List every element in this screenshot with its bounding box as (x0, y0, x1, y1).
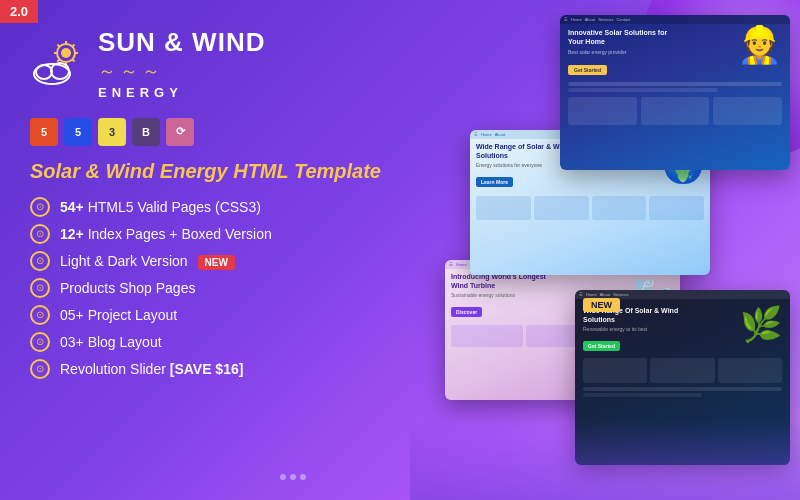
feature-item-1: ⊙ 54+ HTML5 Valid Pages (CSS3) (30, 197, 390, 217)
feature-label-2: 12+ Index Pages + Boxed Version (60, 226, 272, 242)
bootstrap-icon: B (132, 118, 160, 146)
js-icon: 3 (98, 118, 126, 146)
logo-wavy: ～～～ (98, 59, 265, 83)
feature-item-7: ⊙ Revolution Slider [SAVE $16] (30, 359, 390, 379)
sc4-btn: Get Started (583, 341, 620, 351)
feature-item-2: ⊙ 12+ Index Pages + Boxed Version (30, 224, 390, 244)
feature-item-5: ⊙ 05+ Project Layout (30, 305, 390, 325)
deco-dot-1 (280, 474, 286, 480)
sc2-btn: Learn More (476, 177, 513, 187)
svg-line-8 (72, 44, 75, 47)
svg-line-6 (58, 44, 61, 47)
sc4-new-ribbon: NEW (583, 298, 620, 312)
logo-icon (30, 39, 86, 89)
sc3-subtitle: Sustainable energy solutions (451, 292, 556, 298)
feature-label-1: 54+ HTML5 Valid Pages (CSS3) (60, 199, 261, 215)
sc1-content: ☰ Home About Services Contact Innovative… (560, 15, 790, 170)
sc4-content: ☰ Home About Services NEW Wide Range Of … (575, 290, 790, 465)
sass-icon: ⟳ (166, 118, 194, 146)
feature-icon-5: ⊙ (30, 305, 50, 325)
svg-line-7 (72, 59, 75, 62)
feature-icon-7: ⊙ (30, 359, 50, 379)
tech-icons-row: 5 5 3 B ⟳ (30, 118, 390, 146)
sc4-hero-text: Wide Range Of Solar & Wind Solutions Ren… (583, 306, 683, 352)
svg-point-1 (61, 48, 71, 58)
feature-list: ⊙ 54+ HTML5 Valid Pages (CSS3) ⊙ 12+ Ind… (30, 197, 390, 379)
sc1-hero-text: Innovative Solar Solutions for Your Home… (568, 28, 678, 76)
feature-label-5: 05+ Project Layout (60, 307, 177, 323)
sc1-btn: Get Started (568, 65, 607, 75)
feature-label-4: Products Shop Pages (60, 280, 195, 296)
feature-label-7: Revolution Slider [SAVE $16] (60, 361, 243, 377)
sc1-card-row (560, 94, 790, 128)
feature-icon-2: ⊙ (30, 224, 50, 244)
feature-label-6: 03+ Blog Layout (60, 334, 162, 350)
svg-line-9 (58, 59, 61, 62)
screenshot-1: ☰ Home About Services Contact Innovative… (560, 15, 790, 170)
sc4-illustration: 🌿 (740, 304, 782, 344)
logo-area: SUN & WIND ～～～ ENERGY (30, 28, 390, 100)
sc4-subtitle: Renewable energy at its best (583, 326, 683, 332)
sc2-card-row (470, 194, 710, 222)
screenshot-4: ☰ Home About Services NEW Wide Range Of … (575, 290, 790, 465)
logo-subtitle: ENERGY (98, 85, 265, 100)
sc1-nav: ☰ Home About Services Contact (560, 15, 790, 24)
css3-icon: 5 (64, 118, 92, 146)
screenshots-container: ☰ Home About Services Contact Innovative… (410, 0, 800, 500)
sc1-subtitle: Best solar energy provider (568, 49, 678, 55)
sc4-card-row (575, 356, 790, 385)
version-badge: 2.0 (0, 0, 38, 23)
sc3-hero-text: Introducing World's Longest Wind Turbine… (451, 272, 556, 318)
feature-icon-3: ⊙ (30, 251, 50, 271)
html5-icon: 5 (30, 118, 58, 146)
left-panel: SUN & WIND ～～～ ENERGY 5 5 3 B ⟳ Solar & … (0, 0, 420, 500)
right-panel: ☰ Home About Services Contact Innovative… (410, 0, 800, 500)
new-badge: NEW (198, 255, 235, 270)
feature-item-3: ⊙ Light & Dark Version NEW (30, 251, 390, 271)
feature-label-3: Light & Dark Version NEW (60, 253, 235, 269)
svg-rect-13 (34, 74, 70, 84)
feature-icon-4: ⊙ (30, 278, 50, 298)
sc3-btn: Discover (451, 307, 482, 317)
sc1-title: Innovative Solar Solutions for Your Home (568, 28, 678, 46)
logo-svg (30, 39, 86, 89)
deco-dot-2 (290, 474, 296, 480)
feature-item-6: ⊙ 03+ Blog Layout (30, 332, 390, 352)
logo-title: SUN & WIND (98, 28, 265, 57)
main-tagline: Solar & Wind Energy HTML Template (30, 160, 390, 183)
deco-dot-3 (300, 474, 306, 480)
feature-icon-1: ⊙ (30, 197, 50, 217)
deco-dots (280, 474, 306, 480)
sc1-illustration: 👷 (737, 24, 782, 66)
sc4-footer (575, 385, 790, 399)
sc1-strips (560, 80, 790, 94)
logo-text-block: SUN & WIND ～～～ ENERGY (98, 28, 265, 100)
feature-item-4: ⊙ Products Shop Pages (30, 278, 390, 298)
feature-icon-6: ⊙ (30, 332, 50, 352)
